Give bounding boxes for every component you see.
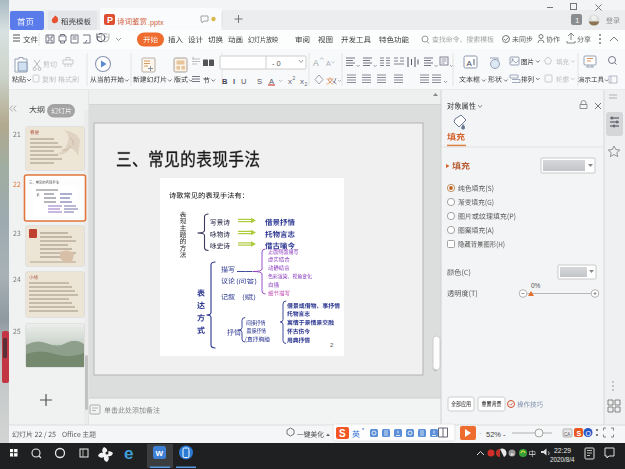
svg-text:- 0: - 0: [272, 59, 281, 68]
svg-text:W: W: [156, 449, 164, 458]
svg-text:2: 2: [305, 81, 308, 87]
svg-text:U: U: [241, 77, 246, 86]
svg-text:e: e: [124, 444, 133, 463]
svg-text:S: S: [257, 77, 262, 86]
svg-text:.pptx: .pptx: [148, 18, 164, 27]
svg-text:22:29: 22:29: [554, 447, 571, 454]
svg-text:B: B: [222, 77, 228, 86]
svg-text:2020/8/4: 2020/8/4: [550, 456, 575, 463]
svg-text:A: A: [326, 60, 331, 67]
svg-text:x: x: [300, 77, 304, 86]
svg-text:S: S: [339, 428, 346, 439]
svg-text:0%: 0%: [531, 282, 541, 289]
svg-text:x: x: [288, 77, 292, 86]
svg-text:·: ·: [479, 430, 481, 437]
svg-text:52% -: 52% -: [486, 430, 506, 439]
svg-text:S: S: [577, 430, 582, 437]
svg-text:A: A: [313, 58, 319, 68]
svg-text:O: O: [586, 430, 592, 437]
svg-text:CA: CA: [564, 432, 570, 437]
svg-text:P: P: [107, 15, 113, 25]
svg-text:1: 1: [575, 16, 580, 25]
svg-text:A: A: [467, 59, 473, 68]
svg-text:': ': [362, 426, 364, 435]
svg-text:2: 2: [293, 75, 296, 81]
svg-text:I: I: [233, 77, 235, 86]
